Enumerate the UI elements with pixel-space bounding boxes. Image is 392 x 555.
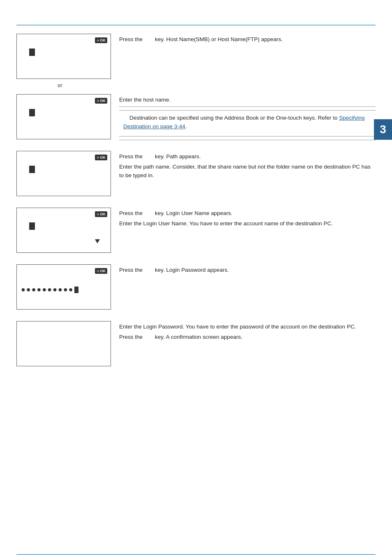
screen-box-4: ⊹ OK: [16, 208, 111, 253]
left-box-3: ⊹ OK: [16, 147, 111, 199]
right-text-5-line1: Press the key. Login Password appears.: [119, 266, 376, 274]
ok-button-1[interactable]: ⊹ OK: [95, 37, 108, 43]
right-text-6-line1: Enter the Login Password. You have to en…: [119, 323, 376, 331]
arrow-icon-5: ⊹: [97, 269, 99, 273]
left-box-5: ⊹ OK ●●●●●●●●●●: [16, 260, 111, 313]
screen-box-6: [16, 321, 111, 366]
ok-button-2[interactable]: ⊹ OK: [95, 98, 108, 104]
right-text-5: Press the key. Login Password appears.: [119, 260, 376, 276]
row-pair-3: ⊹ OK Press the key. Path appears. Enter …: [16, 147, 376, 199]
row-pair-4: ⊹ OK Press the key. Login User Name appe…: [16, 204, 376, 256]
note-rule-top: [119, 106, 376, 107]
ok-label-2: OK: [100, 99, 106, 103]
right-text-3-line1: Press the key. Path appears.: [119, 153, 376, 161]
ok-button-5[interactable]: ⊹ OK: [95, 268, 108, 274]
screen-box-1: ⊹ OK: [16, 34, 111, 79]
ok-button-4[interactable]: ⊹ OK: [95, 211, 108, 217]
right-text-6: Enter the Login Password. You have to en…: [119, 317, 376, 344]
arrow-icon-4: ⊹: [97, 213, 99, 216]
screen-box-2: ⊹ OK: [16, 94, 111, 139]
arrow-icon-3: ⊹: [97, 156, 99, 160]
screen-box-5: ⊹ OK ●●●●●●●●●●: [16, 264, 111, 310]
right-text-3: Press the key. Path appears. Enter the p…: [119, 147, 376, 182]
left-box-2: ⊹ OK: [16, 94, 111, 143]
note-box-1: Destination can be specified using the A…: [119, 110, 376, 136]
page-container: 3 ⊹ OK or Press the key. Host Name(SMB) …: [0, 25, 392, 555]
triangle-cursor-4: [95, 239, 100, 243]
arrow-icon-1: ⊹: [97, 39, 99, 42]
right-text-1: Press the key. Host Name(SMB) or Host Na…: [119, 34, 376, 46]
ok-label-3: OK: [100, 155, 106, 160]
left-box-4: ⊹ OK: [16, 204, 111, 256]
or-label: or: [58, 82, 111, 88]
right-text-2-line1: Enter the host name.: [119, 96, 376, 104]
right-text-4-line1: Press the key. Login User Name appears.: [119, 209, 376, 217]
right-text-1-line1: Press the key. Host Name(SMB) or Host Na…: [119, 35, 376, 44]
right-text-4: Press the key. Login User Name appears. …: [119, 204, 376, 230]
right-text-6-line2: Press the key. A confirmation screen app…: [119, 333, 376, 341]
note-rule-bottom: [119, 140, 376, 140]
arrow-icon-2: ⊹: [97, 99, 99, 103]
cursor-block-2: [29, 109, 35, 116]
right-text-4-line2: Enter the Login User Name. You have to e…: [119, 220, 376, 228]
row-pair-5: ⊹ OK ●●●●●●●●●● Press the key. Login Pas…: [16, 260, 376, 313]
ok-button-3[interactable]: ⊹ OK: [95, 155, 108, 160]
left-box-1: ⊹ OK or: [16, 34, 111, 90]
ok-label-5: OK: [100, 269, 106, 273]
dots-row-5: ●●●●●●●●●●: [21, 285, 78, 294]
ok-label-4: OK: [100, 212, 106, 216]
chapter-badge: 3: [374, 119, 392, 140]
ok-label-1: OK: [100, 38, 106, 42]
right-text-2: Enter the host name. Destination can be …: [119, 94, 376, 143]
row-pair-6: Enter the Login Password. You have to en…: [16, 317, 376, 370]
note-text-1: Destination can be specified using the A…: [123, 114, 371, 131]
row-pair-1: ⊹ OK or Press the key. Host Name(SMB) or…: [16, 34, 376, 90]
cursor-block-3: [29, 166, 35, 173]
cursor-block-1: [29, 49, 35, 56]
screen-box-3: ⊹ OK: [16, 151, 111, 196]
cursor-block-4: [29, 222, 35, 230]
specifying-destination-link[interactable]: Specifying Destination on page 3-44: [123, 115, 365, 129]
right-text-3-line2: Enter the path name. Consider, that the …: [119, 163, 376, 180]
row-pair-2: ⊹ OK Enter the host name. Destination ca…: [16, 94, 376, 143]
left-box-6: [16, 317, 111, 370]
